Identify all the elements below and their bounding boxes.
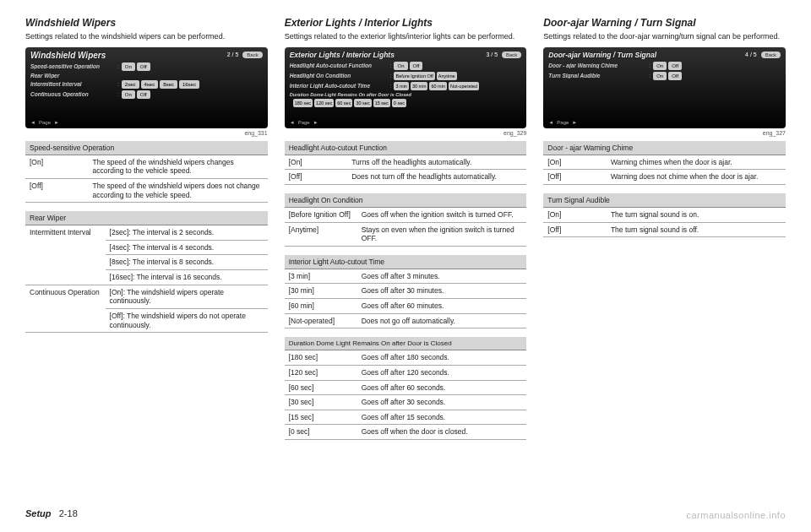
col-door-ajar: Door-ajar Warning / Turn Signal Settings… bbox=[543, 17, 786, 448]
panel-title: Windshield Wipers bbox=[30, 51, 106, 60]
row-label: Duration Dome Light Remains On after Doo… bbox=[290, 92, 522, 97]
opt-4sec[interactable]: 4sec bbox=[141, 80, 159, 89]
heading-door: Door-ajar Warning / Turn Signal bbox=[543, 17, 786, 29]
opt-off[interactable]: Off bbox=[410, 62, 423, 70]
opt-off[interactable]: Off bbox=[668, 62, 682, 70]
page-prev-icon[interactable]: ◄ bbox=[30, 120, 35, 125]
opt-before[interactable]: Before Ignition Off bbox=[394, 72, 434, 80]
opt-16sec[interactable]: 16sec bbox=[179, 80, 199, 89]
td-val: Goes off when the ignition switch is tur… bbox=[357, 207, 527, 222]
back-button[interactable]: Back bbox=[242, 52, 262, 58]
td-key: [3 min] bbox=[285, 269, 357, 284]
opt-30min[interactable]: 30 min bbox=[411, 82, 428, 90]
opt-0[interactable]: 0 sec bbox=[392, 99, 406, 107]
opt-on[interactable]: On bbox=[653, 72, 667, 80]
th: Speed-sensitive Operation bbox=[25, 141, 268, 155]
panel-lights: Exterior Lights / Interior Lights 3 / 5 … bbox=[285, 47, 527, 128]
td-key: [120 sec] bbox=[285, 365, 357, 380]
footer-section: Setup bbox=[25, 508, 52, 518]
opt-120[interactable]: 120 sec bbox=[314, 99, 334, 107]
td-val: [Off]: The windshield wipers do not oper… bbox=[106, 308, 268, 332]
back-button[interactable]: Back bbox=[761, 52, 781, 58]
opt-60[interactable]: 60 sec bbox=[335, 99, 352, 107]
td-key: [Not-operated] bbox=[285, 313, 357, 328]
opt-notop[interactable]: Not-operated bbox=[449, 82, 479, 90]
td-val: Turns off the headlights automatically. bbox=[347, 155, 526, 170]
td-val: [2sec]: The interval is 2 seconds. bbox=[106, 225, 268, 241]
td-val: Does not go off automatically. bbox=[357, 313, 527, 328]
page-next-icon[interactable]: ► bbox=[572, 120, 577, 125]
opt-8sec[interactable]: 8sec bbox=[160, 80, 177, 89]
td-key: [180 sec] bbox=[285, 350, 357, 366]
td-key: [Before Ignition Off] bbox=[285, 207, 357, 222]
td-val: Goes off after 30 minutes. bbox=[357, 284, 527, 299]
opt-180[interactable]: 180 sec bbox=[293, 99, 313, 107]
footer-page: 2-18 bbox=[59, 508, 78, 518]
panel-wipers: Windshield Wipers 2 / 5 Back Speed-sensi… bbox=[25, 47, 268, 128]
td-val: Goes off after 60 seconds. bbox=[357, 380, 527, 395]
td-key: [15 sec] bbox=[285, 410, 357, 425]
opt-3min[interactable]: 3 min bbox=[394, 82, 408, 90]
table-speed-sensitive: Speed-sensitive Operation [On]The speed … bbox=[25, 141, 268, 204]
opt-60min[interactable]: 60 min bbox=[429, 82, 447, 90]
row-label: Continuous Operation bbox=[30, 91, 115, 97]
td-val: [On]: The windshield wipers operate cont… bbox=[106, 285, 268, 308]
td-key: [0 sec] bbox=[285, 425, 357, 440]
opt-15[interactable]: 15 sec bbox=[373, 99, 390, 107]
td-key: [On] bbox=[543, 207, 607, 222]
table-door-chime: Door - ajar Warning Chime [On]Warning ch… bbox=[543, 141, 786, 185]
table-headlight-auto: Headlight Auto-cutout Function [On]Turns… bbox=[285, 141, 527, 185]
col-wipers: Windshield Wipers Settings related to th… bbox=[25, 17, 268, 448]
td-key: [On] bbox=[285, 155, 348, 170]
th: Duration Dome Light Remains On after Doo… bbox=[285, 337, 527, 350]
td-val: Stays on even when the ignition switch i… bbox=[357, 222, 527, 246]
panel-title: Door-ajar Warning / Turn Signal bbox=[548, 51, 656, 59]
opt-on[interactable]: On bbox=[122, 62, 135, 71]
page-label: Page bbox=[557, 120, 569, 125]
th: Headlight On Condition bbox=[285, 193, 527, 208]
opt-2sec[interactable]: 2sec bbox=[122, 80, 139, 89]
opt-on[interactable]: On bbox=[394, 62, 407, 70]
opt-30[interactable]: 30 sec bbox=[354, 99, 371, 107]
opt-anytime[interactable]: Anytime bbox=[437, 72, 457, 80]
td-val: [4sec]: The interval is 4 seconds. bbox=[106, 240, 268, 255]
watermark: carmanualsonline.info bbox=[686, 510, 786, 520]
row-label: Turn Signal Audible bbox=[548, 73, 646, 79]
row-label: Headlight On Condition bbox=[290, 73, 388, 79]
td-key: [Off] bbox=[285, 170, 348, 185]
heading-lights: Exterior Lights / Interior Lights bbox=[285, 17, 527, 29]
page-prev-icon[interactable]: ◄ bbox=[290, 120, 295, 125]
td-val: [8sec]: The interval is 8 seconds. bbox=[106, 255, 268, 270]
td-key: [Off] bbox=[543, 170, 607, 185]
page-prev-icon[interactable]: ◄ bbox=[548, 120, 553, 125]
td-key: [On] bbox=[543, 155, 607, 170]
opt-off[interactable]: Off bbox=[668, 72, 682, 80]
opt-off[interactable]: Off bbox=[137, 62, 150, 71]
opt-on[interactable]: On bbox=[122, 90, 135, 99]
td-key: [60 sec] bbox=[285, 380, 357, 395]
row-label: Rear Wiper bbox=[30, 73, 115, 79]
page-label: Page bbox=[39, 120, 51, 125]
heading-wipers: Windshield Wipers bbox=[25, 17, 268, 29]
td-key: Intermittent Interval bbox=[25, 225, 106, 285]
back-button[interactable]: Back bbox=[502, 52, 521, 58]
page-next-icon[interactable]: ► bbox=[313, 120, 318, 125]
td-val: The turn signal sound is on. bbox=[607, 207, 786, 222]
row-label: Headlight Auto-cutout Function bbox=[290, 62, 388, 68]
td-key: [30 sec] bbox=[285, 395, 357, 410]
page-next-icon[interactable]: ► bbox=[54, 120, 59, 125]
td-key: [Anytime] bbox=[285, 222, 357, 246]
td-val: The speed of the windshield wipers does … bbox=[89, 178, 268, 202]
td-key: [Off] bbox=[25, 178, 89, 202]
th: Turn Signal Audible bbox=[543, 193, 786, 208]
row-label: Intermittent Interval bbox=[30, 81, 115, 87]
td-key: [On] bbox=[25, 155, 89, 178]
table-headlight-on: Headlight On Condition [Before Ignition … bbox=[285, 193, 527, 247]
opt-on[interactable]: On bbox=[653, 62, 667, 70]
td-key: Continuous Operation bbox=[25, 285, 106, 333]
td-val: The speed of the windshield wipers chang… bbox=[89, 155, 268, 178]
opt-off[interactable]: Off bbox=[137, 90, 150, 99]
td-val: Goes off after 180 seconds. bbox=[357, 350, 527, 366]
intro-door: Settings related to the door-ajar warnin… bbox=[543, 32, 786, 42]
th: Rear Wiper bbox=[25, 211, 268, 225]
